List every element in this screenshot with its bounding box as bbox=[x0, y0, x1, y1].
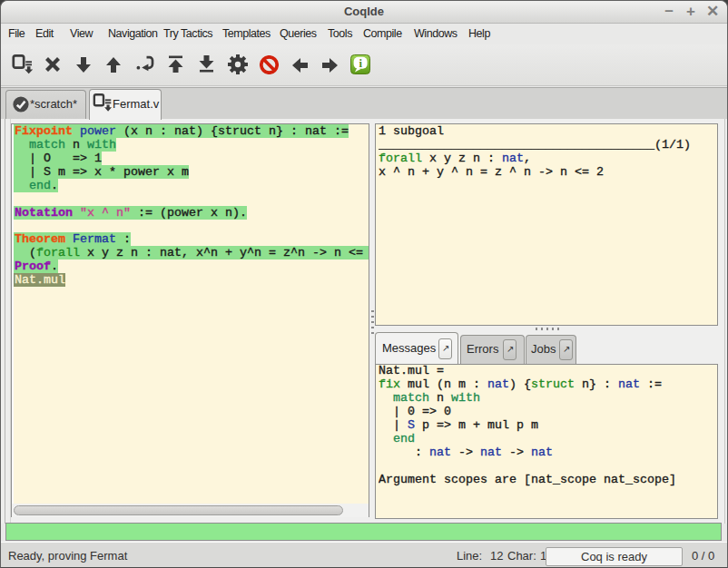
svg-text:i: i bbox=[359, 56, 362, 69]
